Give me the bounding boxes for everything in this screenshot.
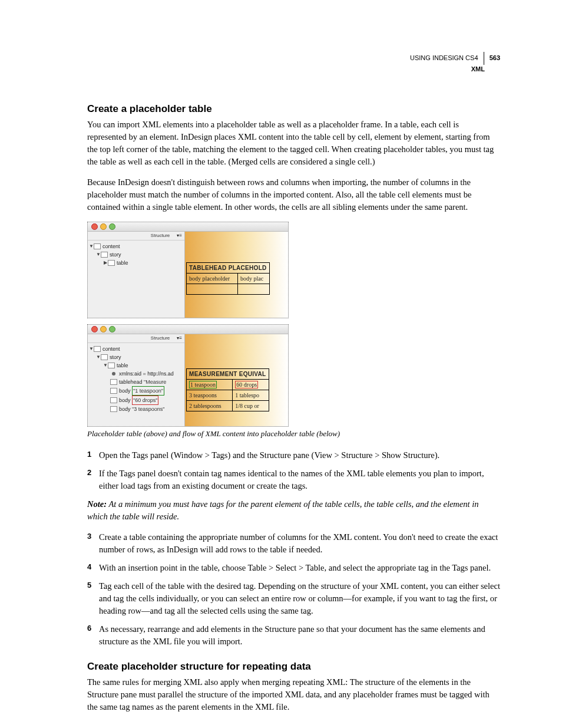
document-pane: MEASUREMENT EQUIVAL 1 teaspoon60 drops 3… xyxy=(185,334,288,426)
toolbar-icon xyxy=(101,233,107,238)
steps-list-a: Open the Tags panel (Window > Tags) and … xyxy=(87,449,500,492)
step-item: As necessary, rearrange and add elements… xyxy=(87,623,500,648)
body-para-2: Because InDesign doesn't distinguish bet… xyxy=(87,176,500,213)
tree-node: table xyxy=(117,361,128,370)
body-para-1: You can import XML elements into a place… xyxy=(87,118,500,168)
table-header-cell: MEASUREMENT EQUIVAL xyxy=(187,368,269,379)
table-cell: 2 tablespoons xyxy=(187,400,233,411)
tree-node: story xyxy=(110,251,121,259)
tree-node: table xyxy=(117,259,128,267)
heading-repeating-data: Create placeholder structure for repeati… xyxy=(87,661,500,673)
book-title: USING INDESIGN CS4 xyxy=(410,54,478,61)
toolbar-icon xyxy=(113,233,118,238)
screenshot-before: Structure ▾≡ content story table TABLEHE… xyxy=(87,222,289,318)
toolbar-icon xyxy=(90,233,95,238)
placeholder-table: TABLEHEAD PLACEHOLD body placeholder bod… xyxy=(186,262,270,295)
step-item: With an insertion point in the table, ch… xyxy=(87,562,500,574)
table-cell: 1/8 cup or xyxy=(233,400,269,411)
toolbar-icon xyxy=(113,335,118,341)
panel-menu-icon: ▾≡ xyxy=(177,233,182,238)
table-cell: 60 drops xyxy=(233,379,269,390)
tree-node: story xyxy=(110,353,121,361)
page-number: 563 xyxy=(490,54,500,61)
step-item: Create a table containing the appropriat… xyxy=(87,531,500,556)
figure-caption: Placeholder table (above) and flow of XM… xyxy=(87,429,500,439)
structure-label: Structure xyxy=(151,335,170,341)
close-icon xyxy=(91,223,98,230)
body-para-3: The same rules for merging XML also appl… xyxy=(87,676,500,713)
panel-menu-icon: ▾≡ xyxy=(177,335,182,341)
structure-pane: Structure ▾≡ content story table xyxy=(88,232,185,318)
zoom-icon xyxy=(109,326,115,332)
toolbar-icon xyxy=(124,335,129,341)
screenshot-after: Structure ▾≡ content story table xmlns:a… xyxy=(87,324,289,427)
document-pane: TABLEHEAD PLACEHOLD body placeholder bod… xyxy=(185,232,288,318)
minimize-icon xyxy=(100,326,107,332)
tree-value: "3 teaspoons" xyxy=(132,405,164,413)
step-item: Tag each cell of the table with the desi… xyxy=(87,580,500,617)
close-icon xyxy=(91,326,98,332)
structure-label: Structure xyxy=(151,233,170,238)
toolbar-icon xyxy=(124,233,129,238)
tree-node: body xyxy=(119,405,131,413)
table-cell: body placeholder xyxy=(187,273,238,284)
heading-create-placeholder-table: Create a placeholder table xyxy=(87,103,500,115)
note-label: Note: xyxy=(87,499,107,509)
zoom-icon xyxy=(109,223,115,230)
minimize-icon xyxy=(100,223,107,230)
tree-value: "60 drops" xyxy=(132,396,158,405)
toolbar-icon xyxy=(101,335,107,341)
structure-tree: content story table xyxy=(88,241,184,268)
table-cell: 1 tablespo xyxy=(233,390,269,400)
table-cell: 1 teaspoon xyxy=(187,379,233,390)
tree-node: content xyxy=(103,345,120,353)
tree-node: body xyxy=(119,396,131,404)
tree-node: content xyxy=(103,242,120,251)
note-body: At a minimum you must have tags for the … xyxy=(87,499,478,521)
tree-node: body xyxy=(119,387,131,395)
window-titlebar xyxy=(88,222,288,232)
table-header-cell: TABLEHEAD PLACEHOLD xyxy=(187,262,270,273)
step-item: If the Tags panel doesn't contain tag na… xyxy=(87,467,500,492)
step-item: Open the Tags panel (Window > Tags) and … xyxy=(87,449,500,462)
structure-pane: Structure ▾≡ content story table xmlns:a… xyxy=(88,334,185,426)
tree-attr: xmlns:aid = http://ns.ad xyxy=(119,370,174,378)
tree-value: "1 teaspoon" xyxy=(132,386,164,396)
section-name: XML xyxy=(87,65,485,74)
figure-placeholder-table: Structure ▾≡ content story table TABLEHE… xyxy=(87,222,500,427)
table-cell: body plac xyxy=(238,273,270,284)
toolbar-icon xyxy=(90,335,95,341)
note: Note: At a minimum you must have tags fo… xyxy=(87,498,500,523)
tree-value: "Measure xyxy=(144,378,166,386)
tree-node: tablehead xyxy=(119,378,143,386)
table-cell: 3 teaspoons xyxy=(187,390,233,400)
steps-list-b: Create a table containing the appropriat… xyxy=(87,531,500,648)
data-table: MEASUREMENT EQUIVAL 1 teaspoon60 drops 3… xyxy=(186,368,269,411)
running-header: USING INDESIGN CS4 563 XML xyxy=(87,52,500,74)
window-titlebar xyxy=(88,325,288,334)
structure-tree: content story table xmlns:aid = http://n… xyxy=(88,343,184,414)
